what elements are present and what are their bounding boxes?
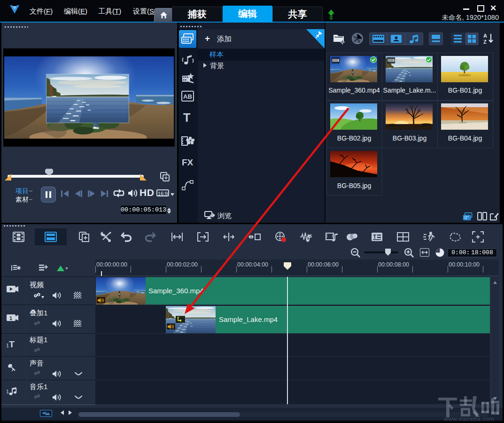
svg-text:1: 1: [6, 389, 9, 394]
svg-text:AB: AB: [183, 93, 192, 100]
svg-text:A: A: [483, 33, 487, 39]
svg-text:1: 1: [9, 315, 12, 321]
svg-text:Z: Z: [483, 39, 487, 45]
svg-text:T: T: [373, 234, 377, 240]
